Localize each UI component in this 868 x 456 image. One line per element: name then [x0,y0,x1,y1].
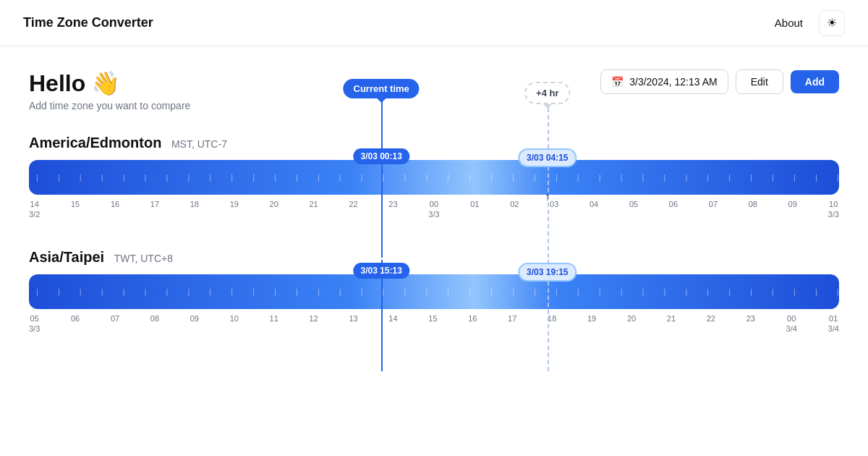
wave-emoji: 👋 [91,69,120,97]
time-label: 17 [508,313,516,334]
time-label: 19 [230,199,239,220]
time-label: 09 [190,313,199,334]
about-button[interactable]: About [767,12,810,33]
sun-icon: ☀ [827,16,837,30]
timezone-title-edmonton: America/Edmonton MST, UTC-7 [29,135,839,151]
current-time-tooltip: Current time [344,79,420,98]
action-controls: 📅 3/3/2024, 12:13 AM Edit Add [600,69,839,94]
date-value: 3/3/2024, 12:13 AM [629,76,717,88]
time-label: 07 [709,199,718,220]
time-label: 23 [746,313,755,334]
time-label: 12 [310,313,318,334]
time-label: 04 [590,199,598,220]
time-label: 013/4 [828,313,839,334]
time-label: 13 [349,313,357,334]
time-label: 20 [270,199,278,220]
time-label: 05 [629,199,638,220]
theme-toggle-button[interactable]: ☀ [819,10,845,36]
time-label: 03 [550,199,558,220]
time-label: 16 [111,199,119,220]
time-label: 01 [470,199,479,220]
time-label: 21 [667,313,676,334]
time-label: 21 [310,199,318,220]
time-label: 18 [548,313,556,334]
hover-badge-taipei: 3/03 19:15 [518,263,576,282]
timezone-abbr-edmonton: MST, UTC-7 [171,138,227,150]
time-label: 053/3 [29,313,40,334]
calendar-icon: 📅 [611,76,624,88]
date-display: 📅 3/3/2024, 12:13 AM [600,69,728,94]
header-controls: About ☀ [767,10,845,36]
time-label: 02 [510,199,519,220]
timeline-wrapper-taipei[interactable]: | | | | | | | | | | | | | | | | | | | | … [29,274,839,334]
timeline-bar-taipei[interactable]: | | | | | | | | | | | | | | | | | | | | … [29,274,839,309]
time-label: 09 [788,199,797,220]
timezone-name-edmonton: America/Edmonton [29,135,161,151]
timezone-section-edmonton: America/Edmonton MST, UTC-7 Current time… [29,135,839,220]
tick-container: | | | | | | | | | | | | | | | | | | | | … [29,160,839,195]
timelines-area: America/Edmonton MST, UTC-7 Current time… [29,135,839,334]
timezone-abbr-taipei: TWT, UTC+8 [114,253,173,264]
time-label: 17 [150,199,159,220]
time-label: 003/3 [428,199,439,220]
time-label: 143/2 [29,199,40,220]
time-label: 103/3 [828,199,839,220]
time-label: 003/4 [786,313,797,334]
time-label: 19 [587,313,596,334]
add-button[interactable]: Add [791,70,839,93]
time-label: 16 [468,313,477,334]
time-label: 10 [230,313,239,334]
main-content: Hello 👋 Add time zone you want to compar… [0,46,868,380]
time-label: 22 [707,313,715,334]
time-label: 15 [428,313,437,334]
greeting-subtitle: Add time zone you want to compare [29,100,190,111]
time-label: 07 [111,313,119,334]
cursor-indicator: ↑ [545,190,550,203]
hover-line [548,108,549,258]
time-label: 06 [669,199,678,220]
timezone-title-taipei: Asia/Taipei TWT, UTC+8 [29,249,839,266]
greeting-text: Hello [29,70,85,97]
current-badge-edmonton: 3/03 00:13 [353,148,409,164]
time-label: 08 [150,313,159,334]
time-labels-edmonton: 143/2 15 16 17 18 19 20 21 22 23 003/3 0… [29,195,839,220]
time-labels-taipei: 053/3 06 07 08 09 10 11 12 13 14 15 16 1… [29,309,839,334]
app-title: Time Zone Converter [23,15,153,30]
time-label: 11 [270,313,278,334]
time-label: 08 [749,199,757,220]
time-label: 15 [71,199,80,220]
time-label: 14 [388,313,397,334]
greeting-title: Hello 👋 [29,69,190,97]
time-label: 18 [190,199,199,220]
hello-row: Hello 👋 Add time zone you want to compar… [29,69,839,111]
hello-section: Hello 👋 Add time zone you want to compar… [29,69,190,111]
time-label: 23 [388,199,397,220]
time-label: 20 [627,313,636,334]
edit-button[interactable]: Edit [736,69,783,94]
hover-badge-edmonton: 3/03 04:15 [518,148,576,167]
tick-container-taipei: | | | | | | | | | | | | | | | | | | | | … [29,274,839,309]
current-badge-taipei: 3/03 15:13 [353,263,409,279]
time-label: 06 [71,313,80,334]
timezone-name-taipei: Asia/Taipei [29,249,104,265]
timeline-wrapper-edmonton[interactable]: Current time +4 hr | | | | | | | | | | |… [29,160,839,220]
header: Time Zone Converter About ☀ [0,0,868,46]
time-label: 22 [349,199,357,220]
timeline-bar-edmonton[interactable]: | | | | | | | | | | | | | | | | | | | | … [29,160,839,195]
timezone-section-taipei: Asia/Taipei TWT, UTC+8 | | | | | | | | |… [29,249,839,334]
current-time-line [381,90,383,258]
hover-offset-tooltip: +4 hr [524,82,570,104]
